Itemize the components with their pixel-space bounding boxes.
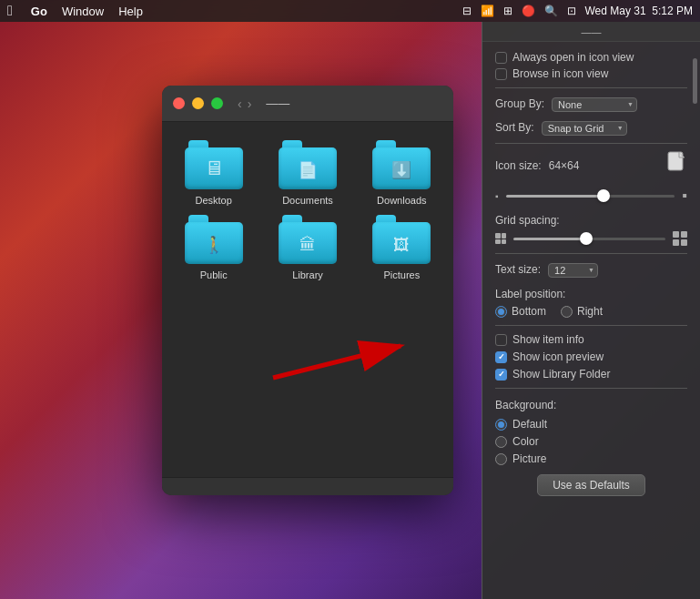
view-options-body: Always open in icon view Browse in icon …	[482, 42, 700, 514]
nav-back-button[interactable]: ‹	[238, 96, 242, 111]
show-icon-preview-checkbox[interactable]	[495, 351, 507, 363]
folder-label-pictures: Pictures	[383, 269, 420, 280]
folder-icon-library: 🏛	[279, 215, 337, 264]
menubar-shortcuts-icon[interactable]: ⊡	[567, 5, 576, 17]
finder-item-desktop[interactable]: 🖥 Desktop	[171, 140, 256, 206]
grid-spacing-min-icon	[495, 233, 506, 244]
group-by-row: Group By: None Name Kind Date Modified	[495, 96, 687, 112]
menubar-control-center-icon[interactable]: ⊞	[503, 5, 512, 17]
folder-label-desktop: Desktop	[195, 195, 231, 206]
background-label: Background:	[495, 399, 556, 411]
text-size-label: Text size:	[495, 263, 541, 276]
divider-1	[495, 87, 687, 88]
background-header: Background:	[495, 396, 687, 412]
label-position-header: Label position:	[495, 285, 687, 301]
bg-picture-radio[interactable]	[495, 453, 507, 465]
menubar-go[interactable]: Go	[31, 5, 47, 18]
icon-size-min-icon: ▪	[495, 191, 499, 201]
finder-item-pictures[interactable]: 🖼 Pictures	[360, 215, 444, 280]
icon-size-header-row: Icon size: 64×64	[495, 151, 687, 180]
label-bottom-radio[interactable]	[495, 306, 507, 318]
grid-spacing-slider[interactable]	[513, 238, 665, 240]
finder-item-library[interactable]: 🏛 Library	[265, 215, 350, 280]
svg-rect-2	[668, 152, 683, 170]
bg-picture-label: Picture	[512, 452, 546, 465]
bg-color-label: Color	[512, 435, 539, 448]
menubar-mirroring-icon: ⊟	[462, 5, 472, 17]
folder-icon-desktop: 🖥	[185, 140, 243, 189]
icon-size-thumb	[597, 189, 610, 202]
folder-label-downloads: Downloads	[377, 195, 426, 206]
menubar-notification-icon[interactable]: 🔴	[522, 5, 535, 17]
menubar-wifi-icon[interactable]: 📶	[481, 5, 494, 17]
show-item-info-checkbox[interactable]	[495, 334, 507, 346]
grid-spacing-max-icon	[673, 231, 687, 246]
menubar-left:  Go Window Help	[7, 3, 143, 19]
text-size-row: Text size: 10 11 12 13 14 16	[495, 261, 687, 278]
grid-spacing-header: Grid spacing:	[495, 211, 687, 228]
show-item-info-row: Show item info	[495, 333, 687, 346]
bg-default-row: Default	[495, 418, 687, 431]
sort-by-select-wrapper: None Name Kind Date Modified Snap to Gri…	[542, 119, 627, 136]
browse-checkbox[interactable]	[495, 68, 507, 80]
menubar-datetime: Wed May 31 5:12 PM	[585, 5, 694, 17]
always-open-checkbox[interactable]	[495, 52, 507, 64]
divider-3	[495, 253, 687, 254]
label-right-pair: Right	[561, 305, 603, 318]
icon-size-slider[interactable]	[506, 195, 675, 198]
menubar:  Go Window Help ⊟ 📶 ⊞ 🔴 🔍 ⊡ Wed May 31 …	[0, 0, 700, 22]
maximize-button[interactable]	[211, 97, 223, 109]
finder-content: 🖥 Desktop 📄 Documents ⬇️ Downloa	[162, 122, 453, 299]
panel-top-title: ——	[582, 26, 602, 37]
icon-size-slider-row: ▪ ▪	[495, 188, 687, 204]
finder-statusbar	[162, 477, 453, 495]
show-library-folder-row: Show Library Folder	[495, 368, 687, 381]
minimize-button[interactable]	[192, 97, 204, 109]
folder-icon-documents: 📄	[279, 140, 337, 189]
label-bottom-pair: Bottom	[495, 305, 546, 318]
use-as-defaults-button[interactable]: Use as Defaults	[537, 474, 645, 496]
label-right-radio[interactable]	[561, 306, 573, 318]
finder-item-documents[interactable]: 📄 Documents	[265, 140, 350, 206]
view-options-panel: —— Always open in icon view Browse in ic…	[482, 22, 700, 599]
icon-size-max-icon: ▪	[682, 188, 687, 204]
sort-by-select[interactable]: None Name Kind Date Modified Snap to Gri…	[542, 121, 627, 136]
finder-item-downloads[interactable]: ⬇️ Downloads	[360, 140, 444, 206]
file-icon-preview	[667, 151, 687, 180]
grid-spacing-label: Grid spacing:	[495, 214, 560, 227]
close-button[interactable]	[173, 97, 185, 109]
apple-menu-icon[interactable]: 	[7, 3, 13, 19]
sort-by-label: Sort By:	[495, 121, 534, 134]
bg-color-row: Color	[495, 435, 687, 448]
menubar-search-icon[interactable]: 🔍	[544, 5, 558, 17]
finder-titlebar: ‹ › ——	[162, 86, 453, 122]
nav-forward-button[interactable]: ›	[248, 96, 252, 111]
divider-5	[495, 388, 687, 389]
menubar-right: ⊟ 📶 ⊞ 🔴 🔍 ⊡ Wed May 31 5:12 PM	[462, 5, 694, 17]
background-section: Background: Default Color Picture	[495, 396, 687, 465]
panel-top-bar: ——	[482, 22, 700, 42]
always-open-label: Always open in icon view	[512, 51, 634, 64]
bg-default-radio[interactable]	[495, 419, 507, 431]
folder-icon-downloads: ⬇️	[372, 140, 431, 189]
finder-item-public[interactable]: 🚶 Public	[171, 215, 256, 280]
grid-spacing-slider-row	[495, 231, 687, 246]
grid-spacing-thumb	[580, 232, 593, 245]
icon-size-label: Icon size:	[495, 159, 542, 172]
browse-row: Browse in icon view	[495, 67, 687, 80]
menubar-window[interactable]: Window	[62, 5, 104, 18]
show-library-folder-checkbox[interactable]	[495, 369, 507, 381]
divider-2	[495, 143, 687, 144]
show-library-folder-label: Show Library Folder	[512, 368, 610, 381]
bg-color-radio[interactable]	[495, 436, 507, 448]
text-size-select[interactable]: 10 11 12 13 14 16	[548, 263, 598, 278]
menubar-help[interactable]: Help	[118, 5, 143, 18]
group-by-select[interactable]: None Name Kind Date Modified	[552, 97, 637, 112]
finder-title: ——	[266, 96, 289, 110]
label-bottom-label: Bottom	[512, 305, 546, 318]
sort-by-row: Sort By: None Name Kind Date Modified Sn…	[495, 119, 687, 136]
panel-scroll-indicator	[693, 58, 697, 104]
divider-4	[495, 325, 687, 326]
label-position-label: Label position:	[495, 288, 565, 300]
show-icon-preview-row: Show icon preview	[495, 350, 687, 363]
